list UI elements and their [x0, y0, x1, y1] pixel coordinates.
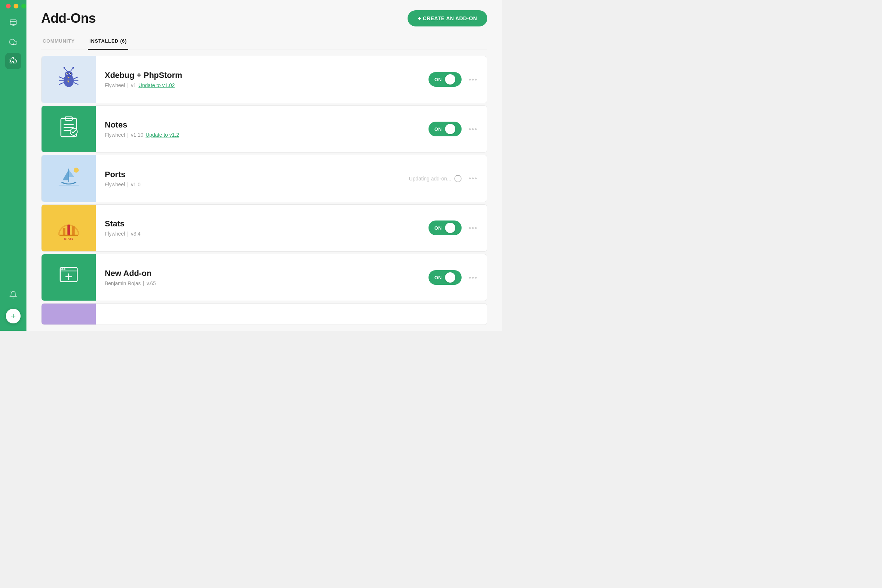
svg-line-17	[74, 82, 78, 84]
addon-icon-xdebug	[42, 56, 96, 103]
global-add-button[interactable]: +	[6, 309, 21, 323]
addon-version-stats: v3.4	[131, 231, 140, 237]
cloud-icon	[9, 38, 17, 46]
addon-more-stats[interactable]	[469, 227, 477, 229]
traffic-light-green[interactable]	[21, 4, 26, 9]
addon-actions-stats: ON	[429, 220, 487, 235]
addon-meta-xdebug: Flywheel | v1 Update to v1.02	[105, 82, 420, 88]
addon-info-new-addon: New Add-on Benjamin Rojas | v.65	[96, 268, 429, 286]
addon-name-notes: Notes	[105, 120, 420, 130]
toggle-label-new-addon: ON	[434, 275, 442, 280]
tab-community[interactable]: COMMUNITY	[41, 35, 76, 50]
addon-actions-new-addon: ON	[429, 270, 487, 285]
addon-actions-ports: Updating add-on...	[409, 175, 487, 182]
toggle-label-xdebug: ON	[434, 77, 442, 82]
addon-card-new-addon: New Add-on Benjamin Rojas | v.65 ON	[41, 254, 487, 302]
sidebar-item-addons[interactable]	[5, 53, 21, 69]
addon-more-ports[interactable]	[469, 177, 477, 179]
sidebar-item-sites[interactable]	[5, 15, 21, 31]
stats-icon: STATS	[56, 214, 82, 241]
traffic-light-yellow[interactable]	[14, 4, 18, 9]
addon-meta-stats: Flywheel | v3.4	[105, 231, 420, 237]
addon-more-notes[interactable]	[469, 128, 477, 130]
spin-icon-ports	[454, 175, 462, 182]
header-top: Add-Ons + CREATE AN ADD-ON	[41, 10, 487, 27]
svg-line-14	[59, 82, 64, 84]
tabs-bar: COMMUNITY INSTALLED (6)	[41, 35, 487, 50]
addon-author-xdebug: Flywheel	[105, 82, 125, 88]
main-content: Add-Ons + CREATE AN ADD-ON COMMUNITY INS…	[27, 0, 502, 331]
addon-name-xdebug: Xdebug + PhpStorm	[105, 70, 420, 80]
addon-author-notes: Flywheel	[105, 132, 125, 138]
addon-meta-ports: Flywheel | v1.0	[105, 182, 400, 188]
svg-rect-0	[10, 20, 16, 25]
svg-line-12	[59, 77, 64, 79]
sites-icon	[9, 19, 17, 27]
addon-actions-notes: ON	[429, 122, 487, 136]
addon-version-ports: v1.0	[131, 182, 140, 188]
addon-card-stats: STATS Stats Flywheel | v3.4 ON	[41, 204, 487, 252]
ports-icon	[56, 164, 81, 193]
xdebug-svg	[56, 66, 82, 92]
addon-card-xdebug: Xdebug + PhpStorm Flywheel | v1 Update t…	[41, 56, 487, 103]
toggle-knob-stats	[445, 223, 455, 233]
svg-line-15	[74, 77, 78, 79]
addon-update-xdebug[interactable]: Update to v1.02	[138, 82, 175, 88]
create-addon-button[interactable]: + CREATE AN ADD-ON	[408, 10, 487, 27]
svg-point-19	[64, 67, 65, 69]
notifications-icon	[9, 291, 17, 299]
notes-svg	[57, 116, 80, 138]
svg-rect-32	[67, 225, 70, 235]
addon-icon-partial	[42, 303, 96, 325]
addon-toggle-notes[interactable]: ON	[429, 122, 462, 136]
svg-point-21	[72, 67, 74, 69]
sidebar: +	[0, 0, 27, 331]
addon-more-xdebug[interactable]	[469, 79, 477, 81]
svg-text:STATS: STATS	[64, 237, 74, 241]
ports-svg	[56, 164, 81, 189]
addon-version-xdebug: v1	[131, 82, 136, 88]
svg-point-39	[64, 268, 65, 270]
addon-info-notes: Notes Flywheel | v1.10 Update to v1.2	[96, 120, 429, 138]
addon-author-new-addon: Benjamin Rojas	[105, 280, 141, 286]
notes-icon	[57, 116, 80, 142]
traffic-light-red[interactable]	[6, 4, 10, 9]
addon-meta-notes: Flywheel | v1.10 Update to v1.2	[105, 132, 420, 138]
stats-svg: STATS	[56, 214, 82, 241]
addon-more-new-addon[interactable]	[469, 277, 477, 279]
addon-toggle-xdebug[interactable]: ON	[429, 72, 462, 87]
page-header: Add-Ons + CREATE AN ADD-ON COMMUNITY INS…	[27, 0, 502, 50]
addon-card-notes: Notes Flywheel | v1.10 Update to v1.2 ON	[41, 105, 487, 153]
svg-point-10	[66, 73, 68, 74]
addon-name-new-addon: New Add-on	[105, 268, 420, 278]
addon-name-ports: Ports	[105, 170, 400, 179]
page-title: Add-Ons	[41, 10, 96, 26]
updating-label-ports: Updating add-on...	[409, 176, 451, 182]
xdebug-icon	[56, 66, 82, 92]
addon-icon-ports	[42, 155, 96, 202]
addon-update-notes[interactable]: Update to v1.2	[146, 132, 179, 138]
addon-icon-new-addon	[42, 254, 96, 302]
tab-installed[interactable]: INSTALLED (6)	[88, 35, 128, 50]
sidebar-item-notifications[interactable]	[5, 286, 21, 303]
addons-icon	[9, 57, 17, 65]
addon-updating-ports: Updating add-on...	[409, 175, 462, 182]
addon-actions-xdebug: ON	[429, 72, 487, 87]
addon-meta-new-addon: Benjamin Rojas | v.65	[105, 280, 420, 286]
addon-version-new-addon: v.65	[147, 280, 156, 286]
svg-rect-31	[63, 228, 65, 235]
toggle-label-stats: ON	[434, 225, 442, 231]
addon-info-xdebug: Xdebug + PhpStorm Flywheel | v1 Update t…	[96, 70, 429, 88]
svg-point-30	[74, 168, 79, 173]
sidebar-item-cloud[interactable]	[5, 34, 21, 50]
addon-card-partial	[41, 303, 487, 325]
addon-icon-notes	[42, 105, 96, 153]
sidebar-bottom: +	[5, 286, 21, 331]
addon-toggle-stats[interactable]: ON	[429, 220, 462, 235]
addon-toggle-new-addon[interactable]: ON	[429, 270, 462, 285]
addon-author-ports: Flywheel	[105, 182, 125, 188]
svg-point-38	[62, 268, 63, 270]
new-addon-svg	[57, 264, 80, 286]
addon-info-stats: Stats Flywheel | v3.4	[96, 219, 429, 237]
svg-point-7	[65, 71, 73, 78]
